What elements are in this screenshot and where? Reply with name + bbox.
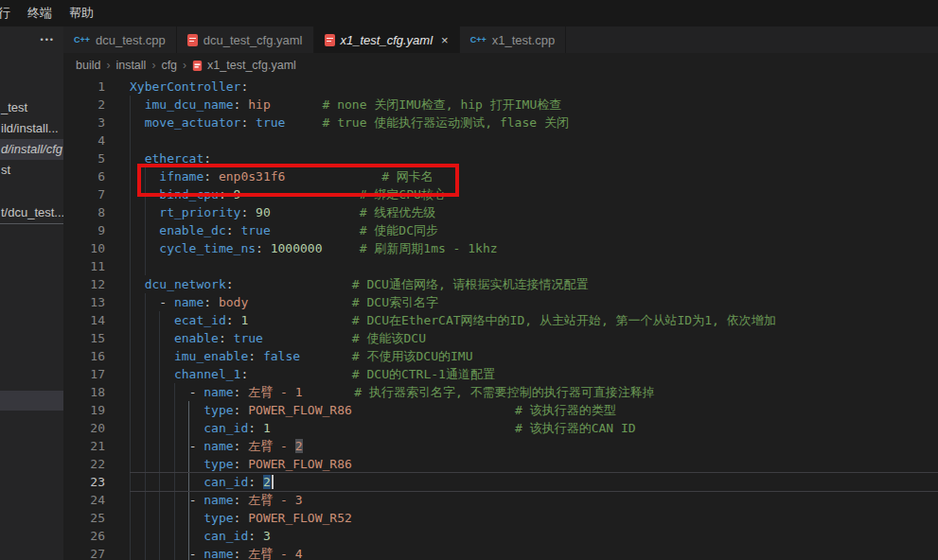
- code-text: ethercat:: [105, 149, 938, 167]
- token: enp0s31f6: [219, 169, 285, 184]
- token: name: [204, 547, 233, 560]
- code-line[interactable]: 6 ifname: enp0s31f6 # 网卡名: [63, 167, 938, 185]
- tab-dcu_test_cfg.yaml[interactable]: dcu_test_cfg.yaml: [177, 26, 314, 53]
- code-line[interactable]: 27 - name: 左臂 - 4: [63, 545, 938, 560]
- code-line[interactable]: 2 imu_dcu_name: hip # none 关闭IMU检查, hip …: [63, 96, 938, 114]
- code-line[interactable]: 13 - name: body # DCU索引名字: [63, 293, 938, 311]
- breadcrumb-item[interactable]: cfg: [161, 59, 177, 72]
- code-text: move_actuator: true # true 使能执行器运动测试, fl…: [105, 114, 938, 131]
- code-text: type: POWER_FLOW_R86 # 该执行器的类型: [105, 401, 938, 419]
- token: :: [234, 457, 249, 471]
- more-actions-icon[interactable]: •••: [41, 35, 55, 44]
- token: :: [240, 205, 256, 219]
- code-line[interactable]: 25 type: POWER_FLOW_R52: [63, 509, 938, 527]
- file-list-item[interactable]: _test: [0, 97, 63, 118]
- line-number: 23: [63, 473, 105, 491]
- token: :: [234, 511, 249, 525]
- code-line[interactable]: 24 - name: 左臂 - 3: [63, 491, 938, 509]
- token: # 使能该DCU: [352, 331, 426, 345]
- menu-item[interactable]: 终端: [19, 0, 61, 26]
- code-line[interactable]: 19 type: POWER_FLOW_R86 # 该执行器的类型: [63, 401, 938, 419]
- code-line[interactable]: 12 dcu_network: # DCU通信网络, 请根据实机连接情况配置: [63, 275, 938, 293]
- breadcrumb-file[interactable]: x1_test_cfg.yaml: [207, 59, 296, 72]
- line-number: 27: [63, 545, 105, 560]
- token: :: [248, 421, 263, 435]
- token: [130, 277, 145, 291]
- menu-item[interactable]: 帮助: [61, 0, 102, 26]
- code-line[interactable]: 14 ecat_id: 1 # DCU在EtherCAT网络中的ID, 从主站开…: [63, 311, 938, 329]
- token: [130, 241, 159, 255]
- file-list-item[interactable]: t/dcu_test...: [0, 202, 63, 224]
- tab-x1_test_cfg.yaml[interactable]: x1_test_cfg.yaml×: [314, 26, 460, 53]
- token: [130, 529, 204, 543]
- code-line[interactable]: 3 move_actuator: true # true 使能执行器运动测试, …: [63, 114, 938, 131]
- token: :: [226, 313, 241, 327]
- code-line[interactable]: 11: [63, 257, 938, 275]
- code-line[interactable]: 7 bind_cpu: 9 # 绑定CPU核心: [63, 185, 938, 203]
- token: [271, 421, 515, 435]
- token: bind_cpu: [159, 187, 219, 201]
- token: [130, 205, 159, 219]
- token: [130, 151, 145, 166]
- tab-dcu_test.cpp[interactable]: C++dcu_test.cpp: [63, 26, 177, 53]
- code-line[interactable]: 1XyberController:: [63, 78, 938, 96]
- token: true: [240, 223, 270, 237]
- code-line[interactable]: 16 imu_enable: false # 不使用该DCU的IMU: [63, 347, 938, 365]
- line-number: 20: [63, 419, 105, 437]
- breadcrumb-file-icon: [193, 60, 202, 70]
- code-line[interactable]: 23 can_id: 2: [63, 473, 938, 491]
- code-line[interactable]: 21 - name: 左臂 - 2: [63, 437, 938, 455]
- code-line[interactable]: 8 rt_priority: 90 # 线程优先级: [63, 203, 938, 221]
- token: [285, 115, 322, 130]
- token: :: [226, 277, 234, 291]
- close-icon[interactable]: ×: [441, 34, 449, 46]
- token: # 使能DC同步: [360, 223, 438, 237]
- code-text: can_id: 2: [105, 473, 938, 491]
- token: enable_dc: [159, 223, 225, 237]
- code-line[interactable]: 22 type: POWER_FLOW_R86: [63, 455, 938, 473]
- code-line[interactable]: 9 enable_dc: true # 使能DC同步: [63, 221, 938, 239]
- file-list-item[interactable]: ild/install...: [0, 118, 63, 139]
- token: channel_1: [174, 367, 240, 381]
- code-text: - name: body # DCU索引名字: [105, 293, 938, 311]
- code-line[interactable]: 15 enable: true # 使能该DCU: [63, 329, 938, 347]
- tab-label: x1_test.cpp: [492, 33, 556, 47]
- menu-item[interactable]: 运行: [0, 0, 19, 26]
- breadcrumb-item[interactable]: install: [115, 59, 146, 72]
- token: :: [248, 349, 263, 363]
- code-line[interactable]: 20 can_id: 1 # 该执行器的CAN ID: [63, 419, 938, 437]
- token: [300, 349, 352, 363]
- cpp-file-icon: C++: [470, 35, 487, 44]
- tab-x1_test.cpp[interactable]: C++x1_test.cpp: [460, 26, 567, 53]
- token: :: [234, 97, 249, 112]
- line-number: 15: [63, 329, 105, 347]
- code-text: rt_priority: 90 # 线程优先级: [105, 203, 938, 221]
- code-line[interactable]: 26 can_id: 3: [63, 527, 938, 545]
- code-line[interactable]: 5 ethercat:: [63, 149, 938, 167]
- file-list-highlight-row[interactable]: [0, 391, 63, 411]
- token: can_id: [204, 475, 248, 489]
- code-line[interactable]: 17 channel_1: # DCU的CTRL-1通道配置: [63, 365, 938, 383]
- code-text: imu_dcu_name: hip # none 关闭IMU检查, hip 打开…: [105, 96, 938, 114]
- file-list-item[interactable]: d/install/cfg: [0, 139, 63, 160]
- breadcrumb-item[interactable]: build: [76, 59, 100, 72]
- code-text: - name: 左臂 - 2: [105, 437, 938, 455]
- token: [263, 331, 352, 345]
- code-line[interactable]: 18 - name: 左臂 - 1 # 执行器索引名字, 不需要控制的执行器可直…: [63, 383, 938, 401]
- token: -: [189, 439, 204, 453]
- line-number: 2: [63, 96, 105, 114]
- token: can_id: [204, 421, 248, 435]
- token: # 执行器索引名字, 不需要控制的执行器可直接注释掉: [354, 385, 654, 399]
- token: imu_enable: [174, 349, 248, 363]
- code-line[interactable]: 4: [63, 131, 938, 149]
- code-lines: 1XyberController:2 imu_dcu_name: hip # n…: [63, 78, 938, 560]
- file-list-item[interactable]: st: [0, 160, 63, 181]
- editor[interactable]: 1XyberController:2 imu_dcu_name: hip # n…: [63, 78, 938, 560]
- line-number: 10: [63, 239, 105, 257]
- code-line[interactable]: 10 cycle_time_ns: 1000000 # 刷新周期1ms - 1k…: [63, 239, 938, 257]
- code-text: enable_dc: true # 使能DC同步: [105, 221, 938, 239]
- breadcrumb-separator: ›: [151, 59, 155, 72]
- code-text: imu_enable: false # 不使用该DCU的IMU: [105, 347, 938, 365]
- code-text: ecat_id: 1 # DCU在EtherCAT网络中的ID, 从主站开始, …: [105, 311, 938, 329]
- token: type: [204, 457, 233, 471]
